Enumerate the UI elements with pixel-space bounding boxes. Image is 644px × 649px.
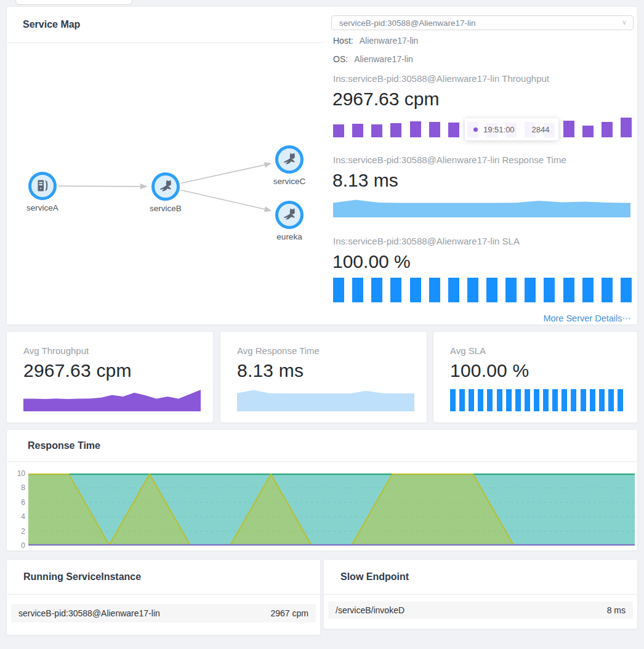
instance-throughput-value: 2967.63 cpm (332, 89, 439, 110)
avg-sla-value: 100.00 % (450, 360, 529, 381)
bar (525, 278, 536, 302)
tooltip-series-dot (473, 127, 478, 132)
running-instance-card: Running ServiceInstance serviceB-pid:305… (6, 559, 321, 635)
bar (534, 389, 539, 411)
response-time-header: Response Time (7, 430, 637, 462)
y-axis: 0246810 (7, 474, 25, 546)
y-tick-label: 2 (7, 527, 25, 536)
service-node-eureka[interactable]: eureka (276, 203, 302, 242)
response-time-chart[interactable] (28, 474, 635, 546)
os-line: OS:Alienware17-lin (333, 54, 413, 64)
bar (515, 389, 521, 411)
bar (621, 278, 632, 302)
bar (571, 389, 576, 411)
bar (563, 121, 574, 137)
tooltip-value: 2844 (532, 125, 550, 134)
bar (459, 389, 465, 411)
service-node-serviceB[interactable]: serviceB (150, 174, 182, 214)
area-sparkline (333, 199, 630, 217)
bar (602, 122, 613, 137)
y-tick-label: 8 (7, 483, 25, 492)
avg-sla-card: Avg SLA 100.00 % (433, 331, 638, 423)
instance-selector-dropdown[interactable]: serviceB-pid:30588@Alienware17-lin ∨ (331, 15, 634, 30)
chevron-down-icon: ∨ (622, 18, 627, 26)
bar (429, 278, 440, 302)
service-node-serviceA[interactable]: serviceA (26, 174, 58, 213)
bar (450, 389, 456, 411)
bar (543, 389, 549, 411)
instance-name: serviceB-pid:30588@Alienware17-lin (18, 608, 160, 618)
instance-response-time-chart[interactable] (333, 199, 630, 217)
time-range-button-partial[interactable] (15, 0, 132, 5)
response-time-title: Response Time (28, 440, 100, 451)
avg-throughput-label: Avg Throughput (23, 345, 89, 356)
bar (333, 124, 344, 137)
y-tick-label: 10 (7, 469, 25, 478)
bar (390, 278, 401, 302)
os-value: Alienware17-lin (354, 54, 413, 64)
bar (487, 389, 493, 411)
avg-throughput-value: 2967.63 cpm (23, 360, 132, 381)
avg-response-time-value: 8.13 ms (237, 360, 304, 381)
bar (552, 389, 558, 411)
y-tick-label: 4 (7, 512, 25, 521)
slow-endpoint-header: Slow Endpoint (324, 560, 637, 595)
bar (478, 389, 483, 411)
node-label: eureka (276, 232, 302, 241)
edge-serviceB-eureka (181, 190, 270, 211)
dashboard-page: Service Map serviceAserviceBserviceCeure… (0, 0, 644, 649)
edge-serviceB-serviceC (181, 164, 270, 183)
endpoint-latency: 8 ms (607, 605, 626, 615)
instance-throughput: 2967 cpm (271, 608, 308, 618)
bar (497, 389, 502, 411)
instance-throughput-label: Ins:serviceB-pid:30588@Alienware17-lin T… (333, 73, 549, 84)
slow-endpoint-row[interactable]: /serviceB/invokeD 8 ms (328, 602, 633, 619)
bar (582, 126, 594, 137)
slow-endpoint-title: Slow Endpoint (340, 571, 409, 582)
avg-throughput-chart[interactable] (23, 389, 201, 411)
endpoint-name: /serviceB/invokeD (336, 605, 405, 615)
bar (561, 389, 567, 411)
running-instance-row[interactable]: serviceB-pid:30588@Alienware17-lin 2967 … (11, 604, 316, 623)
bar (448, 123, 459, 137)
bar (599, 389, 605, 411)
bar (582, 278, 594, 302)
bar (621, 118, 632, 137)
host-line: Host:Alienware17-lin (333, 36, 418, 46)
service-node-serviceC[interactable]: serviceC (273, 147, 306, 187)
host-value: Alienware17-lin (360, 36, 419, 46)
bar (618, 389, 623, 411)
chart-tooltip: 19:51:00 2844 (465, 118, 558, 140)
avg-response-time-chart[interactable] (237, 389, 414, 411)
slow-endpoint-card: Slow Endpoint /serviceB/invokeD 8 ms (323, 559, 638, 629)
bar (429, 122, 440, 137)
area-sparkline (23, 389, 201, 411)
bar (608, 389, 614, 411)
bar (410, 121, 421, 137)
instance-sla-value: 100.00 % (332, 251, 411, 272)
y-tick-label: 0 (7, 541, 25, 550)
instance-response-time-label: Ins:serviceB-pid:30588@Alienware17-lin R… (333, 155, 566, 165)
node-label: serviceB (150, 204, 182, 213)
edge-serviceA-serviceB (58, 186, 147, 187)
bar (448, 278, 459, 302)
bar (469, 389, 474, 411)
instance-selector-value: serviceB-pid:30588@Alienware17-lin (339, 18, 476, 28)
more-server-details-link[interactable]: More Server Details⋯ (543, 313, 631, 323)
topology-svg: serviceAserviceBserviceCeureka (7, 44, 326, 302)
bar (506, 389, 512, 411)
bar (602, 278, 613, 302)
instance-sla-label: Ins:serviceB-pid:30588@Alienware17-lin S… (333, 236, 520, 246)
running-instance-title: Running ServiceInstance (23, 571, 141, 582)
bar (581, 389, 586, 411)
avg-sla-chart[interactable] (450, 389, 623, 411)
bar (390, 123, 401, 137)
avg-sla-label: Avg SLA (450, 345, 486, 356)
avg-response-time-card: Avg Response Time 8.13 ms (220, 331, 427, 423)
instance-sla-chart[interactable] (333, 278, 632, 302)
service-topology-graph[interactable]: serviceAserviceBserviceCeureka (7, 44, 326, 302)
bar (563, 278, 574, 302)
bar (505, 278, 517, 302)
bar (410, 278, 421, 302)
os-label: OS: (333, 54, 348, 64)
